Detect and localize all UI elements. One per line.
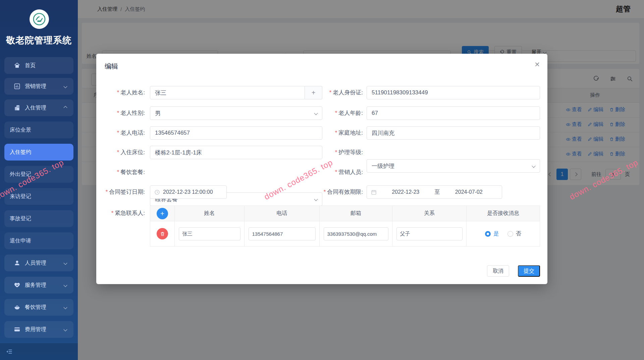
chevron-down-icon [314,111,318,115]
range-end-date: 2024-07-02 [440,189,498,195]
contacts-header-row: + 姓名 电话 邮箱 关系 是否接收消息 [150,206,540,221]
plus-icon: + [160,210,164,218]
sidebar-item-label: 入住管理 [25,104,46,111]
building-icon [14,104,20,111]
contact-receive-header: 是否接收消息 [467,206,540,221]
contact-email-header: 邮箱 [320,206,392,221]
chevron-down-icon [532,164,535,168]
meal-label: *餐饮套餐: [101,166,145,179]
dialog-title: 编辑 [105,62,118,71]
cancel-button[interactable]: 取消 [487,265,509,277]
contact-relation-input[interactable] [396,227,463,240]
contact-relation-header: 关系 [392,206,467,221]
sidebar-item-checkin-sign[interactable]: 入住签约 [4,144,73,161]
elder-name-input[interactable] [150,86,305,99]
valid-range-picker[interactable]: 2022-12-23 至 2024-07-02 [367,185,502,199]
chart-icon [14,83,20,90]
sidebar-item-label: 外出登记 [10,171,31,178]
care-level-label: *护理等级: [319,146,363,159]
elder-gender-select[interactable]: 男 [150,106,322,120]
elder-age-input[interactable] [367,106,540,120]
care-level-select[interactable]: 一级护理 [367,159,540,173]
sidebar-item-label: 营销管理 [25,83,46,90]
valid-range-label: *合同有效期限: [319,185,363,199]
logo-emblem-icon [32,12,47,27]
range-start-date: 2022-12-23 [377,189,435,195]
sidebar: 敬老院管理系统 首页 营销管理 入住管理 床位全景 入住签约 外出登记 来访登记… [0,0,78,360]
sidebar-footer [0,343,78,360]
app-title: 敬老院管理系统 [0,34,78,46]
contact-phone-header: 电话 [245,206,320,221]
sidebar-item-checkin[interactable]: 入住管理 [4,99,73,116]
contact-name-header: 姓名 [175,206,245,221]
sidebar-item-label: 人员管理 [25,260,46,267]
add-contact-button[interactable]: + [157,208,168,219]
sidebar-item-catering[interactable]: 餐饮管理 [4,299,73,316]
sidebar-item-incident-register[interactable]: 事故登记 [4,210,73,227]
edit-dialog: 编辑 ✕ *老人姓名: + *老人身份证: *老人性别: 男 *老人年龄: *老… [96,54,547,284]
sidebar-item-label: 来访登记 [10,193,31,200]
contact-row: 是 否 [150,221,540,246]
home-address-label: *家庭地址: [319,126,363,140]
sidebar-item-label: 入住签约 [10,149,31,156]
receive-no-radio[interactable] [507,231,513,237]
user-icon [14,260,20,266]
sidebar-item-marketing[interactable]: 营销管理 [4,78,73,95]
bed-label: *入住床位: [101,146,145,159]
plus-icon: + [312,89,316,97]
sidebar-item-home[interactable]: 首页 [4,57,73,74]
emergency-contacts-label: *紧急联系人: [101,207,145,220]
calendar-icon [371,189,377,195]
sidebar-item-fees[interactable]: 费用管理 [4,321,73,338]
chevron-down-icon [63,327,67,331]
sidebar-item-label: 退住申请 [10,237,31,244]
sidebar-item-visit-register[interactable]: 来访登记 [4,188,73,205]
heart-service-icon [14,282,20,288]
marketer-label: *营销人员: [319,166,363,179]
food-bowl-icon [14,304,20,311]
submit-button[interactable]: 提交 [518,265,540,277]
sidebar-item-bed-overview[interactable]: 床位全景 [4,122,73,138]
sidebar-item-label: 服务管理 [25,282,46,289]
receive-no-label: 否 [516,230,521,237]
range-separator: 至 [435,189,440,196]
elder-phone-input[interactable] [150,126,322,140]
home-address-input[interactable] [367,126,540,140]
elder-name-label: *老人姓名: [101,86,145,99]
chevron-down-icon [63,283,67,287]
sign-date-picker[interactable]: 2022-12-23 12:00:00 [150,185,227,199]
card-icon [14,326,20,333]
close-icon[interactable]: ✕ [534,61,540,68]
chevron-down-icon [63,305,67,309]
sidebar-item-outing-register[interactable]: 外出登记 [4,166,73,183]
chevron-down-icon [314,197,318,201]
elder-gender-label: *老人性别: [101,106,145,120]
elder-idcard-input[interactable] [367,86,540,99]
home-icon [14,62,20,69]
sidebar-item-personnel[interactable]: 人员管理 [4,255,73,271]
sidebar-item-label: 首页 [25,62,36,69]
contact-phone-input[interactable] [249,227,316,240]
emergency-contacts-table: + 姓名 电话 邮箱 关系 是否接收消息 是 否 [150,206,540,246]
contact-name-input[interactable] [179,227,240,240]
clock-icon [154,189,160,195]
collapse-sidebar-icon[interactable] [6,348,13,355]
sidebar-item-label: 床位全景 [10,127,31,134]
sidebar-item-label: 餐饮管理 [25,304,46,311]
bed-input[interactable] [150,146,322,159]
elder-age-label: *老人年龄: [319,106,363,120]
sidebar-item-label: 费用管理 [25,326,46,333]
contact-email-input[interactable] [324,227,388,240]
sidebar-item-label: 事故登记 [10,215,31,222]
elder-phone-label: *老人电话: [101,126,145,140]
trash-icon [160,231,165,236]
sidebar-item-checkout-apply[interactable]: 退住申请 [4,232,73,249]
chevron-up-icon [63,106,67,109]
receive-yes-radio[interactable] [485,231,491,237]
delete-contact-button[interactable] [157,228,168,239]
app-logo [30,9,49,29]
chevron-down-icon [63,261,67,265]
sidebar-item-service[interactable]: 服务管理 [4,277,73,294]
sign-date-label: *合同签订日期: [101,185,145,199]
elder-idcard-label: *老人身份证: [319,86,363,99]
